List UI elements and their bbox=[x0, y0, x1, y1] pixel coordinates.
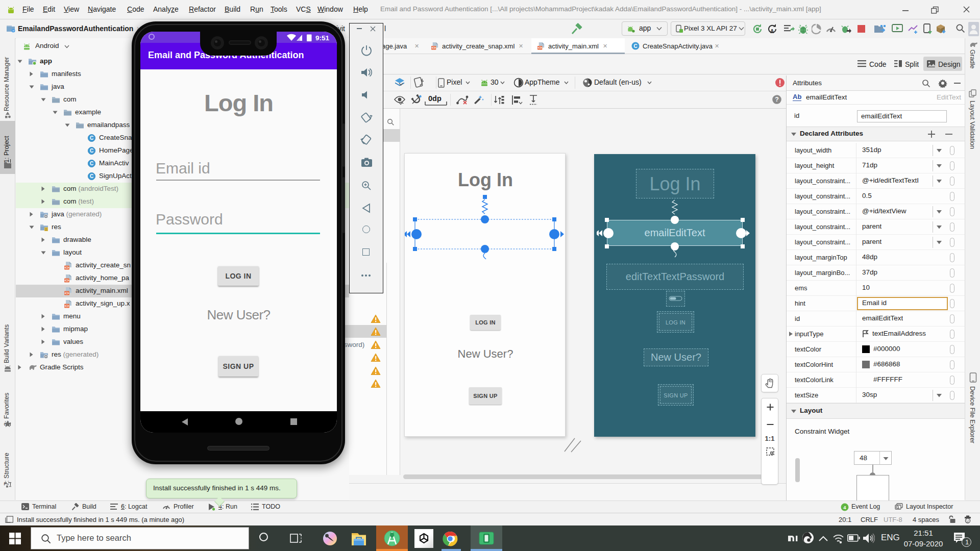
svg-text:A: A bbox=[770, 29, 774, 34]
svg-text:4: 4 bbox=[843, 505, 846, 510]
svg-text:C: C bbox=[90, 148, 93, 154]
svg-text:<>: <> bbox=[431, 46, 435, 50]
svg-text:<>: <> bbox=[64, 304, 69, 308]
svg-text:C: C bbox=[90, 135, 93, 141]
svg-text:<>: <> bbox=[64, 279, 69, 283]
svg-text:<>: <> bbox=[537, 46, 542, 50]
svg-text:C: C bbox=[633, 43, 637, 49]
svg-text:C: C bbox=[90, 161, 93, 166]
svg-text:?: ? bbox=[775, 96, 779, 103]
svg-text:<>: <> bbox=[64, 266, 69, 270]
svg-text:<>: <> bbox=[64, 291, 69, 295]
svg-text:C: C bbox=[90, 173, 93, 179]
svg-text:9:51: 9:51 bbox=[315, 34, 330, 42]
